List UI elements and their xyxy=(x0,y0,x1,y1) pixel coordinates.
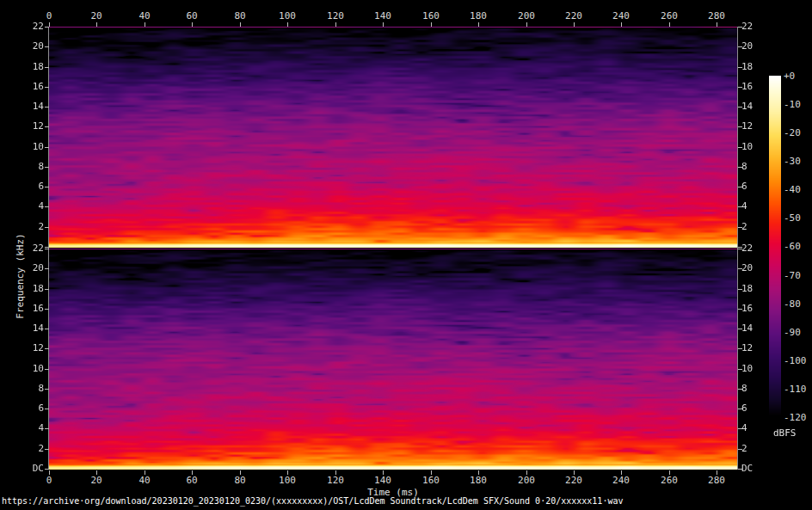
spectrogram-view: Frequency (kHz) 002020404060608080100100… xyxy=(0,0,812,510)
colorbar-tick-label: -40 xyxy=(784,185,812,195)
freq-tick-label-right: 14 xyxy=(741,323,767,334)
time-tick-label-bottom: 60 xyxy=(175,476,209,486)
colorbar-gradient-canvas xyxy=(769,76,781,416)
freq-tick-label-right: 12 xyxy=(741,343,767,353)
freq-tick-left xyxy=(45,369,49,370)
freq-tick-label-left: 22 xyxy=(21,22,44,32)
time-tick-top xyxy=(526,22,527,27)
freq-tick-left xyxy=(45,46,49,47)
freq-tick-label-right: 8 xyxy=(741,162,767,172)
colorbar-tick-label: -80 xyxy=(784,299,812,310)
freq-tick-label-left: 20 xyxy=(21,263,44,273)
freq-tick-label-right: 18 xyxy=(741,284,767,294)
colorbar-tick-label: -10 xyxy=(784,100,812,110)
time-tick-top xyxy=(192,22,193,27)
time-tick-label-bottom: 220 xyxy=(557,476,591,486)
colorbar-tick-label: -90 xyxy=(784,328,812,338)
time-tick-top xyxy=(145,22,145,27)
colorbar-tick-label: +0 xyxy=(784,71,812,82)
time-tick-top xyxy=(574,22,575,27)
freq-tick-label-left: 2 xyxy=(21,222,44,232)
freq-tick-label-left: 10 xyxy=(21,364,44,374)
freq-tick-left xyxy=(45,428,49,429)
freq-tick-label-left: 4 xyxy=(21,423,44,433)
freq-tick-label-right: 20 xyxy=(741,41,767,52)
time-tick-label-bottom: 280 xyxy=(699,476,734,486)
freq-tick-left xyxy=(45,329,49,329)
freq-tick-label-right: 8 xyxy=(741,384,767,394)
freq-tick-label-right: 18 xyxy=(741,62,767,72)
freq-tick-label-right: 6 xyxy=(741,403,767,414)
freq-tick-label-left: 10 xyxy=(21,142,44,152)
freq-tick-label-right: DC xyxy=(741,464,767,474)
time-tick-label-top: 280 xyxy=(699,11,734,22)
time-tick-label-top: 240 xyxy=(604,11,638,22)
freq-tick-label-left: 12 xyxy=(21,343,44,353)
freq-tick-label-left: DC xyxy=(21,464,44,474)
colorbar-tick-label: -30 xyxy=(784,157,812,167)
freq-tick-label-right: 22 xyxy=(741,22,767,32)
freq-tick-label-left: 12 xyxy=(21,121,44,132)
freq-tick-left xyxy=(45,289,49,290)
freq-tick-left xyxy=(45,206,49,207)
freq-tick-left xyxy=(45,126,49,127)
time-tick-label-top: 40 xyxy=(127,11,162,22)
time-tick-label-bottom: 100 xyxy=(270,476,304,486)
time-tick-top xyxy=(96,22,97,27)
freq-tick-left xyxy=(45,67,49,68)
freq-tick-left xyxy=(45,268,49,269)
freq-tick-label-right: 12 xyxy=(741,121,767,132)
freq-tick-left xyxy=(45,409,49,409)
time-tick-label-top: 140 xyxy=(366,11,400,22)
freq-tick-label-right: 16 xyxy=(741,304,767,314)
colorbar-unit-label: dBFS xyxy=(773,427,797,439)
colorbar-tick-label: -120 xyxy=(784,413,812,423)
time-tick-top xyxy=(335,22,336,27)
time-tick-label-top: 100 xyxy=(270,11,304,22)
time-tick-top xyxy=(240,22,241,27)
freq-tick-label-left: 18 xyxy=(21,62,44,72)
time-tick-top xyxy=(287,22,288,27)
time-tick-label-top: 60 xyxy=(175,11,209,22)
freq-tick-label-right: 4 xyxy=(741,423,767,433)
freq-tick-label-left: 22 xyxy=(21,243,44,254)
freq-tick-label-right: 10 xyxy=(741,364,767,374)
freq-tick-left xyxy=(45,469,49,470)
time-tick-label-top: 180 xyxy=(461,11,495,22)
colorbar-tick-label: -60 xyxy=(784,242,812,252)
time-tick-label-bottom: 40 xyxy=(127,476,162,486)
freq-tick-label-left: 18 xyxy=(21,284,44,294)
freq-tick-label-left: 20 xyxy=(21,41,44,52)
time-tick-label-top: 20 xyxy=(79,11,114,22)
time-tick-label-bottom: 240 xyxy=(604,476,638,486)
freq-tick-label-right: 6 xyxy=(741,181,767,192)
time-tick-label-bottom: 180 xyxy=(461,476,495,486)
time-tick-label-top: 160 xyxy=(414,11,448,22)
time-tick-top xyxy=(717,22,717,27)
source-url-caption: https://archive·org/download/20230120_20… xyxy=(2,496,623,506)
freq-tick-label-right: 2 xyxy=(741,444,767,454)
time-tick-label-top: 120 xyxy=(318,11,353,22)
freq-tick-left xyxy=(45,348,49,349)
colorbar-tick-label: -110 xyxy=(784,384,812,395)
freq-tick-label-right: 4 xyxy=(741,201,767,212)
freq-tick-label-left: 14 xyxy=(21,101,44,112)
time-tick-label-bottom: 160 xyxy=(414,476,448,486)
time-tick-label-bottom: 260 xyxy=(652,476,686,486)
time-tick-top xyxy=(621,22,622,27)
colorbar-tick-label: -100 xyxy=(784,356,812,366)
time-tick-label-bottom: 140 xyxy=(366,476,400,486)
freq-tick-label-left: 2 xyxy=(21,444,44,454)
freq-tick-left xyxy=(45,87,49,88)
time-tick-label-bottom: 0 xyxy=(32,476,66,486)
time-tick-label-bottom: 200 xyxy=(509,476,544,486)
time-tick-top xyxy=(669,22,670,27)
spectrogram-heatmap-canvas xyxy=(49,27,737,470)
freq-tick-label-left: 16 xyxy=(21,304,44,314)
time-tick-label-top: 200 xyxy=(509,11,544,22)
freq-tick-label-right: 2 xyxy=(741,222,767,232)
time-tick-top xyxy=(431,22,432,27)
freq-tick-label-left: 16 xyxy=(21,82,44,92)
colorbar-tick-label: -70 xyxy=(784,271,812,281)
time-tick-label-top: 260 xyxy=(652,11,686,22)
